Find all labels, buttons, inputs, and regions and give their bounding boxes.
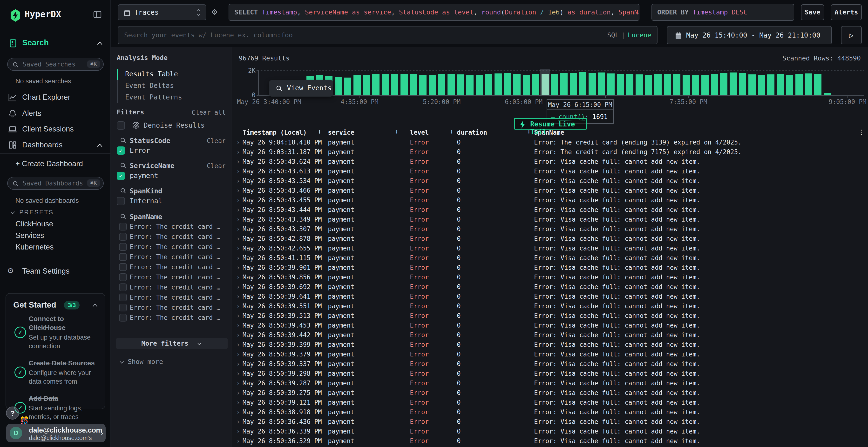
spanname-checkbox[interactable] bbox=[119, 304, 127, 311]
histogram-bar[interactable] bbox=[391, 74, 398, 95]
spanname-checkbox[interactable] bbox=[119, 273, 127, 281]
histogram-bar[interactable] bbox=[353, 75, 361, 95]
sidebar-item-search[interactable]: Search bbox=[0, 37, 111, 50]
sidebar-collapse-icon[interactable] bbox=[92, 9, 103, 20]
histogram-bar[interactable] bbox=[777, 74, 784, 95]
row-expander-icon[interactable]: › bbox=[236, 187, 240, 194]
table-row[interactable]: ›May 26 8:50:42.655 PMpaymentError0Error… bbox=[231, 243, 868, 253]
get-started-item[interactable]: ✓ Create Data Sources Configure where yo… bbox=[12, 358, 100, 386]
histogram-bar[interactable] bbox=[683, 75, 690, 95]
row-expander-icon[interactable]: › bbox=[236, 399, 240, 406]
saved-searches-input[interactable]: Saved Searches ⌘K bbox=[7, 58, 104, 71]
lang-sql[interactable]: SQL bbox=[607, 31, 619, 39]
histogram-bar[interactable] bbox=[786, 75, 793, 95]
table-row[interactable]: ›May 26 8:50:39.275 PMpaymentError0Error… bbox=[231, 388, 868, 398]
histogram-bar[interactable] bbox=[796, 74, 803, 95]
table-row[interactable]: ›May 26 8:50:43.349 PMpaymentError0Error… bbox=[231, 215, 868, 224]
table-row[interactable]: ›May 26 8:50:43.613 PMpaymentError0Error… bbox=[231, 166, 868, 176]
search-icon[interactable] bbox=[120, 187, 127, 194]
table-row[interactable]: ›May 26 8:50:39.692 PMpaymentError0Error… bbox=[231, 282, 868, 291]
spanname-filter-item[interactable]: Error: The credit card … bbox=[111, 222, 231, 232]
table-row[interactable]: ›May 26 8:50:43.444 PMpaymentError0Error… bbox=[231, 205, 868, 215]
row-expander-icon[interactable]: › bbox=[236, 351, 240, 358]
histogram-bar[interactable] bbox=[589, 73, 596, 95]
histogram-bar[interactable] bbox=[720, 73, 727, 95]
chevron-up-icon[interactable] bbox=[96, 40, 104, 47]
more-filters-button[interactable]: More filters bbox=[116, 338, 227, 349]
histogram-bar[interactable] bbox=[335, 77, 342, 95]
spanname-filter-item[interactable]: Error: The credit card … bbox=[111, 242, 231, 252]
histogram-bar[interactable] bbox=[579, 72, 586, 95]
histogram-bar[interactable] bbox=[401, 74, 408, 95]
row-expander-icon[interactable]: › bbox=[236, 389, 240, 397]
row-expander-icon[interactable]: › bbox=[236, 274, 240, 281]
source-select[interactable]: Traces bbox=[118, 4, 206, 20]
histogram-bar[interactable] bbox=[664, 74, 671, 95]
histogram-bar[interactable] bbox=[438, 74, 445, 95]
row-expander-icon[interactable]: › bbox=[236, 245, 240, 252]
col-duration[interactable]: duration bbox=[457, 129, 487, 136]
spanname-filter-item[interactable]: Error: The credit card … bbox=[111, 263, 231, 273]
row-expander-icon[interactable]: › bbox=[236, 139, 240, 146]
table-row[interactable]: ›May 26 8:50:41.115 PMpaymentError0Error… bbox=[231, 253, 868, 263]
histogram-bar[interactable] bbox=[748, 74, 756, 95]
clear-statuscode-button[interactable]: Clear bbox=[207, 137, 226, 144]
preset-clickhouse[interactable]: ClickHouse bbox=[16, 220, 53, 228]
tab-event-deltas[interactable]: Event Deltas bbox=[125, 82, 217, 91]
table-row[interactable]: ›May 26 8:50:39.287 PMpaymentError0Error… bbox=[231, 378, 868, 388]
histogram-bar[interactable] bbox=[767, 74, 774, 95]
histogram-bar[interactable] bbox=[447, 74, 455, 95]
row-expander-icon[interactable]: › bbox=[236, 235, 240, 242]
table-row[interactable]: ›May 26 9:03:31.187 PMpaymentError0Error… bbox=[231, 147, 868, 157]
row-expander-icon[interactable]: › bbox=[236, 437, 240, 445]
histogram-bar[interactable] bbox=[645, 75, 652, 95]
servicename-payment-label[interactable]: payment bbox=[130, 172, 158, 180]
table-row[interactable]: ›May 26 8:50:38.918 PMpaymentError0Error… bbox=[231, 407, 868, 417]
histogram-bar[interactable] bbox=[466, 75, 473, 95]
col-level[interactable]: level bbox=[410, 129, 429, 136]
sidebar-item-dashboards[interactable]: Dashboards bbox=[0, 138, 111, 152]
preset-kubernetes[interactable]: Kubernetes bbox=[16, 243, 54, 251]
spanname-filter-item[interactable]: Error: The credit card … bbox=[111, 303, 231, 313]
table-row[interactable]: ›May 26 8:50:43.455 PMpaymentError0Error… bbox=[231, 195, 868, 205]
get-started-item[interactable]: ✓ Connect to ClickHouse Set up your data… bbox=[12, 314, 100, 350]
histogram-bar[interactable] bbox=[805, 73, 812, 95]
row-expander-icon[interactable]: › bbox=[236, 283, 240, 290]
sidebar-item-team-settings[interactable]: ⚙ Team Settings bbox=[0, 264, 111, 278]
row-expander-icon[interactable]: › bbox=[236, 197, 240, 204]
histogram-bar[interactable] bbox=[495, 73, 502, 95]
row-expander-icon[interactable]: › bbox=[236, 226, 240, 233]
table-row[interactable]: ›May 26 8:50:39.379 PMpaymentError0Error… bbox=[231, 349, 868, 359]
sql-select-editor[interactable]: SELECT Timestamp, ServiceName as service… bbox=[228, 4, 640, 21]
row-expander-icon[interactable]: › bbox=[236, 322, 240, 329]
spanname-filter-item[interactable]: Error: The credit card … bbox=[111, 283, 231, 293]
preset-services[interactable]: Services bbox=[16, 231, 44, 240]
table-row[interactable]: ›May 26 8:50:39.551 PMpaymentError0Error… bbox=[231, 301, 868, 311]
table-row[interactable]: ›May 26 8:50:39.337 PMpaymentError0Error… bbox=[231, 359, 868, 369]
row-expander-icon[interactable]: › bbox=[236, 216, 240, 223]
table-row[interactable]: ›May 26 9:04:18.410 PMpaymentError0Error… bbox=[231, 138, 868, 147]
tab-results-table[interactable]: Results Table bbox=[125, 70, 217, 80]
histogram-bar[interactable] bbox=[730, 72, 737, 95]
histogram-bar[interactable] bbox=[504, 73, 511, 95]
row-expander-icon[interactable]: › bbox=[236, 293, 240, 300]
histogram-bar[interactable] bbox=[513, 74, 521, 95]
histogram-bar[interactable] bbox=[419, 75, 427, 95]
histogram-bar[interactable] bbox=[532, 74, 539, 95]
histogram-bar-hovered[interactable] bbox=[541, 74, 549, 95]
source-settings-gear-icon[interactable]: ⚙ bbox=[212, 6, 217, 17]
row-expander-icon[interactable]: › bbox=[236, 264, 240, 271]
row-expander-icon[interactable]: › bbox=[236, 360, 240, 368]
histogram-bar[interactable] bbox=[654, 74, 661, 95]
event-search-input[interactable]: Search your events w/ Lucene ex. column:… bbox=[118, 26, 657, 44]
histogram-bar[interactable] bbox=[551, 74, 558, 95]
table-row[interactable]: ›May 26 8:50:39.453 PMpaymentError0Error… bbox=[231, 320, 868, 330]
save-button[interactable]: Save bbox=[801, 4, 824, 20]
tab-event-patterns[interactable]: Event Patterns bbox=[125, 93, 217, 103]
histogram-bar[interactable] bbox=[636, 74, 643, 95]
table-row[interactable]: ›May 26 8:50:36.329 PMpaymentError0Error… bbox=[231, 436, 868, 446]
chevron-up-icon[interactable] bbox=[96, 142, 104, 149]
help-button[interactable]: ? bbox=[6, 407, 19, 419]
histogram-bar[interactable] bbox=[457, 74, 464, 95]
histogram-bar[interactable] bbox=[429, 75, 436, 95]
